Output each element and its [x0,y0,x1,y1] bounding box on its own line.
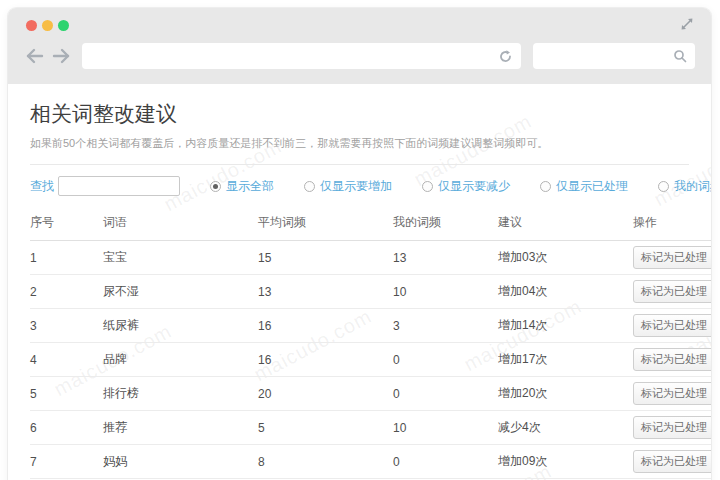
row-avg-freq: 16 [258,309,393,343]
row-index: 1 [30,241,103,275]
row-my-freq: 0 [393,377,498,411]
row-action-cell: 标记为已处理 [633,343,711,377]
mark-processed-button[interactable]: 标记为已处理 [633,314,711,337]
filter-radio-1[interactable]: 仅显示要增加 [304,178,392,195]
refresh-icon[interactable] [498,49,513,64]
row-index: 3 [30,309,103,343]
filter-radio-0[interactable]: 显示全部 [210,178,274,195]
row-index: 5 [30,377,103,411]
radio-label: 我的词频是0 [674,178,711,195]
mark-processed-button[interactable]: 标记为已处理 [633,382,711,405]
col-header-my-freq: 我的词频 [393,206,498,241]
row-word: 排行榜 [103,377,258,411]
row-avg-freq: 13 [258,275,393,309]
row-my-freq: 0 [393,343,498,377]
radio-icon[interactable] [422,181,433,192]
filter-bar: 查找 显示全部仅显示要增加仅显示要减少仅显示已处理我的词频是0 [22,165,697,206]
window-controls [26,20,69,31]
row-my-freq: 13 [393,241,498,275]
col-header-action: 操作 [633,206,711,241]
mark-processed-button[interactable]: 标记为已处理 [633,280,711,303]
row-action-cell: 标记为已处理 [633,275,711,309]
mark-processed-button[interactable]: 标记为已处理 [633,450,711,473]
browser-chrome [8,8,711,84]
browser-toolbar [8,42,711,70]
row-my-freq: 10 [393,411,498,445]
row-word: 妈妈 [103,445,258,479]
table-row: 3纸尿裤163增加14次标记为已处理 [30,309,711,343]
row-action-cell: 标记为已处理 [633,411,711,445]
search-bar[interactable] [533,43,695,69]
col-header-word: 词语 [103,206,258,241]
page-subtitle: 如果前50个相关词都有覆盖后，内容质量还是排不到前三，那就需要再按照下面的词频建… [30,136,689,165]
mark-processed-button[interactable]: 标记为已处理 [633,348,711,371]
find-label: 查找 [30,178,54,195]
row-avg-freq: 16 [258,343,393,377]
browser-window: maicudo.commaicudo.commaicudo.commaicudo… [8,8,711,480]
row-word: 推荐 [103,411,258,445]
row-index: 2 [30,275,103,309]
row-my-freq: 10 [393,275,498,309]
radio-label: 显示全部 [226,178,274,195]
table-row: 2尿不湿1310增加04次标记为已处理 [30,275,711,309]
filter-radio-4[interactable]: 我的词频是0 [658,178,711,195]
filter-radio-3[interactable]: 仅显示已处理 [540,178,628,195]
row-avg-freq: 5 [258,411,393,445]
row-suggestion: 增加20次 [498,377,633,411]
radio-label: 仅显示要增加 [320,178,392,195]
row-word: 品牌 [103,343,258,377]
expand-icon[interactable] [679,16,695,32]
table-row: 4品牌160增加17次标记为已处理 [30,343,711,377]
address-bar[interactable] [82,43,521,69]
col-header-suggestion: 建议 [498,206,633,241]
row-action-cell: 标记为已处理 [633,241,711,275]
page-content: maicudo.commaicudo.commaicudo.commaicudo… [8,84,711,480]
row-suggestion: 增加04次 [498,275,633,309]
keyword-table: 序号 词语 平均词频 我的词频 建议 操作 1宝宝1513增加03次标记为已处理… [30,206,711,480]
row-action-cell: 标记为已处理 [633,377,711,411]
row-action-cell: 标记为已处理 [633,445,711,479]
search-icon[interactable] [673,49,687,63]
forward-button[interactable] [50,46,72,66]
row-my-freq: 3 [393,309,498,343]
table-row: 6推荐510减少4次标记为已处理 [30,411,711,445]
close-window-button[interactable] [26,20,37,31]
mark-processed-button[interactable]: 标记为已处理 [633,246,711,269]
row-word: 尿不湿 [103,275,258,309]
maximize-window-button[interactable] [58,20,69,31]
row-index: 6 [30,411,103,445]
table-row: 1宝宝1513增加03次标记为已处理 [30,241,711,275]
row-suggestion: 增加03次 [498,241,633,275]
row-word: 宝宝 [103,241,258,275]
table-row: 5排行榜200增加20次标记为已处理 [30,377,711,411]
row-action-cell: 标记为已处理 [633,309,711,343]
radio-icon[interactable] [540,181,551,192]
row-suggestion: 减少4次 [498,411,633,445]
mark-processed-button[interactable]: 标记为已处理 [633,416,711,439]
table-row: 7妈妈80增加09次标记为已处理 [30,445,711,479]
col-header-avg-freq: 平均词频 [258,206,393,241]
row-avg-freq: 20 [258,377,393,411]
row-my-freq: 0 [393,445,498,479]
radio-label: 仅显示已处理 [556,178,628,195]
radio-icon[interactable] [658,181,669,192]
back-button[interactable] [24,46,46,66]
row-avg-freq: 15 [258,241,393,275]
row-word: 纸尿裤 [103,309,258,343]
row-index: 7 [30,445,103,479]
col-header-index: 序号 [30,206,103,241]
row-suggestion: 增加14次 [498,309,633,343]
find-input[interactable] [58,176,180,196]
minimize-window-button[interactable] [42,20,53,31]
page-title: 相关词整改建议 [30,100,697,128]
row-suggestion: 增加09次 [498,445,633,479]
radio-label: 仅显示要减少 [438,178,510,195]
row-suggestion: 增加17次 [498,343,633,377]
row-avg-freq: 8 [258,445,393,479]
row-index: 4 [30,343,103,377]
table-header-row: 序号 词语 平均词频 我的词频 建议 操作 [30,206,711,241]
radio-icon[interactable] [304,181,315,192]
filter-radio-2[interactable]: 仅显示要减少 [422,178,510,195]
radio-icon[interactable] [210,181,221,192]
